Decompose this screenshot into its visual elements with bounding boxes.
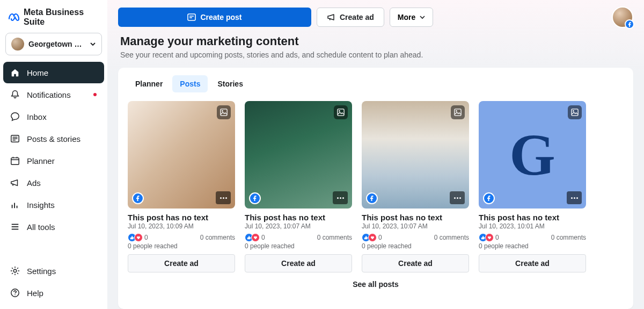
content-tabs: PlannerPostsStories [128, 73, 624, 98]
sidebar-item-ads[interactable]: Ads [3, 172, 104, 193]
post-menu-button[interactable] [333, 191, 348, 204]
tab-stories[interactable]: Stories [210, 75, 250, 92]
meta-logo-icon [8, 11, 20, 24]
love-icon [485, 233, 494, 242]
menu-icon [10, 221, 20, 232]
gear-icon [10, 265, 20, 276]
tab-planner[interactable]: Planner [128, 75, 170, 92]
megaphone-icon [10, 177, 20, 188]
tab-posts[interactable]: Posts [172, 75, 208, 92]
post-meta-row: 00 comments [128, 233, 235, 242]
love-icon [134, 233, 143, 242]
megaphone-icon [327, 13, 335, 21]
facebook-badge-icon [132, 192, 144, 204]
reaction-count: 0 [378, 234, 382, 241]
sidebar-item-help[interactable]: Help [3, 282, 104, 304]
post-card: GThis post has no textJul 10, 2023, 10:0… [479, 101, 586, 272]
post-card: This post has no textJul 10, 2023, 10:07… [362, 101, 469, 272]
card-create-ad-button[interactable]: Create ad [128, 254, 235, 272]
post-title: This post has no text [479, 213, 586, 222]
sidebar-item-label: Insights [27, 200, 55, 210]
svg-rect-17 [188, 14, 195, 20]
post-menu-button[interactable] [567, 191, 582, 204]
reactions: 0 [479, 233, 499, 242]
card-create-ad-button[interactable]: Create ad [245, 254, 352, 272]
sidebar-item-settings[interactable]: Settings [3, 260, 104, 282]
facebook-badge-icon [625, 19, 634, 29]
post-date: Jul 10, 2023, 10:07 AM [245, 222, 352, 230]
comments-count: 0 comments [317, 234, 352, 241]
post-title: This post has no text [128, 213, 235, 222]
post-thumbnail[interactable] [128, 101, 235, 209]
post-date: Jul 10, 2023, 10:09 AM [128, 222, 235, 230]
sidebar-item-label: Planner [27, 156, 55, 166]
content-card: PlannerPostsStories This post has no tex… [118, 68, 633, 309]
posts-icon [10, 133, 20, 144]
profile-avatar[interactable] [612, 6, 633, 28]
calendar-icon [10, 155, 20, 166]
sidebar-item-label: Home [27, 68, 48, 77]
sidebar-item-label: Posts & stories [27, 134, 80, 143]
reach-text: 0 people reached [245, 242, 352, 250]
sidebar-item-inbox[interactable]: Inbox [3, 106, 104, 127]
chart-icon [10, 199, 20, 210]
reactions: 0 [362, 233, 382, 242]
post-menu-button[interactable] [450, 191, 465, 204]
post-thumbnail[interactable] [362, 101, 469, 209]
post-thumbnail[interactable] [245, 101, 352, 209]
reaction-count: 0 [495, 234, 499, 241]
create-post-label: Create post [200, 13, 241, 21]
create-ad-label: Create ad [340, 13, 374, 21]
reactions: 0 [245, 233, 265, 242]
more-button[interactable]: More [390, 8, 433, 27]
sidebar-footer-nav: SettingsHelp [3, 260, 104, 304]
sidebar-item-home[interactable]: Home [3, 62, 104, 83]
notification-dot [93, 93, 97, 96]
sidebar-item-insights[interactable]: Insights [3, 194, 104, 215]
post-date: Jul 10, 2023, 10:07 AM [362, 222, 469, 230]
sidebar-item-label: Help [27, 289, 43, 298]
post-meta-row: 00 comments [362, 233, 469, 242]
sidebar-item-posts-stories[interactable]: Posts & stories [3, 128, 104, 149]
sidebar-item-planner[interactable]: Planner [3, 150, 104, 171]
facebook-badge-icon [483, 192, 495, 204]
sidebar-item-label: All tools [27, 222, 55, 232]
section-header: Manage your marketing content See your r… [107, 34, 644, 64]
reach-text: 0 people reached [362, 242, 469, 250]
sidebar-item-label: Ads [27, 178, 41, 188]
bell-icon [10, 89, 20, 100]
post-card: This post has no textJul 10, 2023, 10:07… [245, 101, 352, 272]
svg-point-23 [339, 110, 340, 112]
post-date: Jul 10, 2023, 10:01 AM [479, 222, 586, 230]
facebook-badge-icon [249, 192, 261, 204]
see-all-posts-link[interactable]: See all posts [128, 272, 624, 289]
reach-text: 0 people reached [479, 242, 586, 250]
post-thumbnail[interactable]: G [479, 101, 586, 209]
post-menu-button[interactable] [216, 191, 231, 204]
reach-text: 0 people reached [128, 242, 235, 250]
main-area: Create post Create ad More [107, 0, 644, 309]
facebook-badge-icon [366, 192, 378, 204]
post-meta-row: 00 comments [479, 233, 586, 242]
sidebar-item-label: Notifications [27, 90, 71, 99]
svg-point-14 [13, 269, 16, 272]
brand-logo: Meta Business Suite [3, 5, 104, 33]
sidebar-item-notifications[interactable]: Notifications [3, 84, 104, 105]
card-create-ad-button[interactable]: Create ad [362, 254, 469, 272]
page-title: Manage your marketing content [120, 34, 631, 48]
sidebar-item-all-tools[interactable]: All tools [3, 216, 104, 238]
image-type-icon [217, 105, 231, 119]
svg-point-25 [456, 110, 457, 112]
account-selector[interactable]: Georgetown Real… [5, 33, 102, 55]
image-type-icon [451, 105, 465, 119]
svg-point-16 [14, 294, 16, 296]
create-ad-button[interactable]: Create ad [317, 8, 384, 27]
svg-rect-24 [455, 109, 461, 116]
card-create-ad-button[interactable]: Create ad [479, 254, 586, 272]
post-card: This post has no textJul 10, 2023, 10:09… [128, 101, 235, 272]
create-post-button[interactable]: Create post [118, 8, 311, 27]
page-subtitle: See your recent and upcoming posts, stor… [120, 51, 631, 59]
reaction-count: 0 [144, 234, 148, 241]
more-label: More [398, 13, 415, 21]
post-icon [187, 13, 196, 21]
